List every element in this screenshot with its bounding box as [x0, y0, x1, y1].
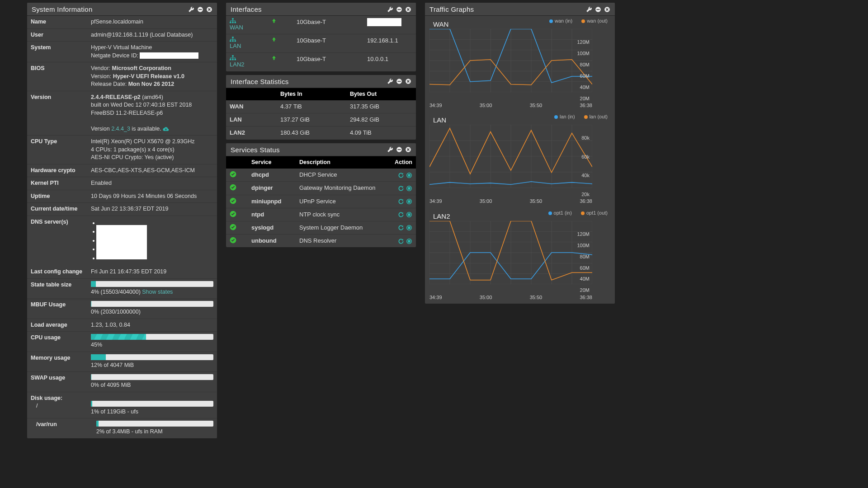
close-icon[interactable] [405, 146, 411, 153]
close-icon[interactable] [405, 78, 411, 84]
panel-title: Traffic Graphs [429, 5, 474, 14]
label-system: System [31, 44, 91, 60]
value-hwcrypto: AES-CBC,AES-XTS,AES-GCM,AES-ICM [91, 167, 213, 175]
interface-row: LAN210Gbase-T 10.0.0.1 [226, 53, 416, 71]
service-name: dhcpd [248, 169, 296, 181]
check-circle-icon [226, 235, 248, 247]
restart-icon[interactable] [398, 225, 404, 231]
value-cpu-type: Intel(R) Xeon(R) CPU X5670 @ 2.93GHz 4 C… [91, 138, 213, 162]
ifstat-name: WAN [226, 100, 277, 113]
minimize-icon[interactable] [396, 78, 402, 84]
service-name: ntpd [248, 208, 296, 221]
stop-icon[interactable] [406, 238, 412, 244]
interface-row: LAN10Gbase-T 192.168.1.1 [226, 34, 416, 53]
stop-icon[interactable] [406, 198, 412, 205]
panel-title: Services Status [231, 145, 280, 155]
show-states-link[interactable]: Show states [142, 289, 173, 295]
panel-services-status: Services Status ServiceDescriptionAction… [226, 143, 416, 248]
svg-rect-16 [232, 59, 234, 61]
wrench-icon[interactable] [188, 6, 194, 13]
label-datetime: Current date/time [31, 205, 91, 213]
label-version: Version [31, 94, 91, 133]
stop-icon[interactable] [406, 211, 412, 218]
close-icon[interactable] [206, 6, 212, 13]
chart-svg [429, 29, 592, 92]
svg-rect-14 [232, 56, 234, 57]
svg-rect-35 [408, 214, 410, 216]
value-system: Hyper-V Virtual Machine Netgate Device I… [91, 44, 213, 60]
service-name: syslogd [248, 221, 296, 234]
ifstat-out: 294.82 GiB [346, 113, 416, 126]
wrench-icon[interactable] [387, 78, 393, 84]
check-circle-icon [226, 195, 248, 208]
close-icon[interactable] [604, 6, 610, 13]
interface-link[interactable]: WAN [230, 24, 243, 31]
interface-link[interactable]: LAN2 [230, 61, 245, 68]
traffic-chart: WANwan (in)wan (out)120M100M80M60M40M20M… [425, 16, 615, 112]
value-bios: Vendor: Microsoft Corporation Version: H… [91, 65, 213, 89]
chart-legend: opt1 (in)opt1 (out) [539, 210, 608, 216]
restart-icon[interactable] [398, 198, 404, 205]
label-state: State table size [31, 281, 91, 296]
interface-ip: 10.0.0.1 [363, 53, 416, 71]
stop-icon[interactable] [406, 225, 412, 231]
cloud-download-icon[interactable] [163, 126, 169, 131]
minimize-icon[interactable] [396, 6, 402, 13]
stop-icon[interactable] [406, 185, 412, 192]
value-disk: 1% of 119GiB - ufs [91, 394, 213, 416]
wrench-icon[interactable] [387, 146, 393, 153]
interface-link[interactable]: LAN [230, 42, 241, 49]
panel-interfaces: Interfaces WAN10Gbase-T LAN10Gbase-T 192… [226, 3, 416, 71]
restart-icon[interactable] [398, 211, 404, 218]
svg-rect-8 [232, 22, 234, 23]
service-desc: Gateway Monitoring Daemon [296, 182, 382, 194]
check-circle-icon [226, 221, 248, 234]
label-lastcfg: Last config change [31, 268, 91, 276]
service-row: unboundDNS Resolver [226, 235, 416, 247]
label-user: User [31, 31, 91, 39]
panel-interface-statistics: Interface Statistics Bytes InBytes Out W… [226, 75, 416, 140]
svg-rect-1 [199, 9, 202, 10]
label-disk: Disk usage:/ [31, 394, 91, 416]
minimize-icon[interactable] [396, 146, 402, 153]
value-swap: 0% of 4095 MiB [91, 374, 213, 389]
panel-system-information: System Information NamepfSense.localdoma… [27, 3, 217, 438]
interface-ip: 192.168.1.1 [363, 34, 416, 52]
ifstat-row: LAN137.27 GiB294.82 GiB [226, 113, 416, 127]
service-desc: DNS Resolver [296, 235, 382, 247]
svg-rect-4 [398, 9, 401, 10]
value-version: 2.4.4-RELEASE-p2 (amd64) built on Wed De… [91, 94, 213, 133]
check-circle-icon [226, 208, 248, 221]
value-pti: Enabled [91, 179, 213, 188]
restart-icon[interactable] [398, 185, 404, 192]
ifstat-out: 317.35 GiB [346, 100, 416, 113]
svg-rect-19 [398, 81, 401, 82]
label-load: Load average [31, 321, 91, 329]
restart-icon[interactable] [398, 238, 404, 244]
svg-rect-9 [235, 22, 236, 23]
value-datetime: Sat Jun 22 13:36:37 EDT 2019 [91, 205, 213, 213]
ifstat-row: LAN2180.43 GiB4.09 TiB [226, 127, 416, 139]
wrench-icon[interactable] [586, 6, 592, 13]
close-icon[interactable] [405, 6, 411, 13]
label-swap: SWAP usage [31, 374, 91, 389]
svg-rect-29 [408, 188, 410, 189]
wrench-icon[interactable] [387, 6, 393, 13]
value-name: pfSense.localdomain [91, 18, 213, 26]
check-circle-icon [226, 182, 248, 194]
traffic-chart: LANlan (in)lan (out)80k60k40k20k34:3935:… [425, 112, 615, 207]
col-action: Action [382, 156, 416, 169]
service-row: miniupnpdUPnP Service [226, 195, 416, 208]
label-cpuusage: CPU usage [31, 334, 91, 349]
chart-legend: wan (in)wan (out) [540, 18, 608, 24]
stop-icon[interactable] [406, 172, 412, 178]
minimize-icon[interactable] [197, 6, 203, 13]
minimize-icon[interactable] [595, 6, 601, 13]
version-update-link[interactable]: 2.4.4_3 [111, 126, 130, 132]
arrow-up-icon [271, 18, 289, 23]
value-lastcfg: Fri Jun 21 16:47:35 EDT 2019 [91, 268, 213, 276]
col-bytes-in: Bytes In [277, 88, 346, 101]
col-description: Description [296, 156, 382, 169]
restart-icon[interactable] [398, 172, 404, 178]
interface-linkspeed: 10Gbase-T [293, 16, 363, 34]
